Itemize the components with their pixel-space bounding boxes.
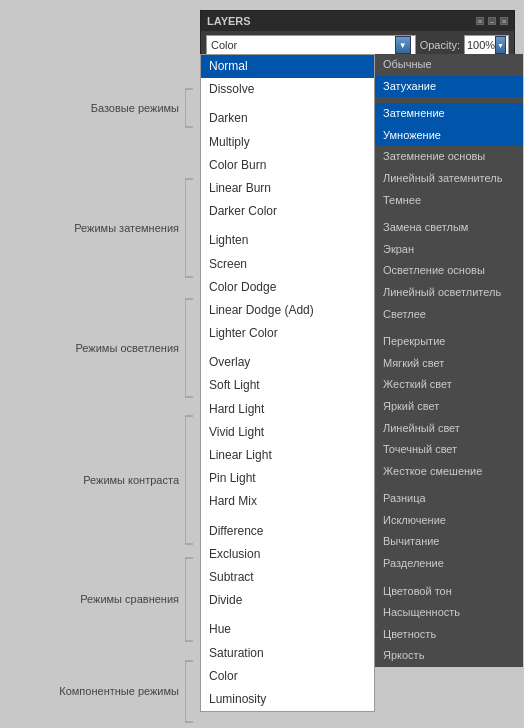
label-group: Режимы контраста — [0, 415, 195, 545]
dropdown-item[interactable]: Overlay — [201, 351, 374, 374]
opacity-arrow-icon[interactable]: ▼ — [495, 36, 506, 54]
left-group-label: Компонентные режимы — [0, 684, 185, 698]
bracket-icon — [185, 178, 195, 278]
left-group-label: Режимы осветления — [0, 341, 185, 355]
right-translation-item[interactable]: Разделение — [375, 553, 523, 575]
dropdown-item[interactable]: Multiply — [201, 131, 374, 154]
dropdown-item[interactable]: Lighten — [201, 229, 374, 252]
label-group: Базовые режимы — [0, 88, 195, 128]
label-group: Режимы осветления — [0, 298, 195, 398]
right-translation-item[interactable]: Осветление основы — [375, 260, 523, 282]
dropdown-item[interactable]: Divide — [201, 589, 374, 612]
dropdown-item[interactable]: Hue — [201, 618, 374, 641]
dropdown-item[interactable]: Hard Light — [201, 398, 374, 421]
dropdown-item[interactable]: Color — [201, 665, 374, 688]
dropdown-arrow-icon[interactable]: ▼ — [395, 36, 411, 54]
dropdown-item[interactable]: Hard Mix — [201, 490, 374, 513]
right-translation-item[interactable]: Цветность — [375, 624, 523, 646]
right-translation-item[interactable]: Обычные — [375, 54, 523, 76]
dropdown-item[interactable]: Darken — [201, 107, 374, 130]
dropdown-item[interactable]: Subtract — [201, 566, 374, 589]
dropdown-item[interactable]: Vivid Light — [201, 421, 374, 444]
dropdown-item[interactable]: Difference — [201, 520, 374, 543]
panel-titlebar: LAYERS « – × — [201, 11, 514, 31]
opacity-value: 100% — [467, 39, 495, 51]
left-labels-area: Базовые режимыРежимы затемненияРежимы ос… — [0, 0, 200, 728]
right-translation-item[interactable]: Затемнение — [375, 103, 523, 125]
right-translation-item[interactable]: Линейный осветлитель — [375, 282, 523, 304]
dropdown-item[interactable]: Exclusion — [201, 543, 374, 566]
right-translations-panel: ОбычныеЗатуханиеЗатемнениеУмножениеЗатем… — [375, 54, 523, 667]
right-translation-item[interactable]: Темнее — [375, 190, 523, 212]
minimize-button[interactable]: – — [488, 17, 496, 25]
dropdown-item[interactable]: Pin Light — [201, 467, 374, 490]
dropdown-item[interactable]: Screen — [201, 253, 374, 276]
left-group-label: Базовые режимы — [0, 101, 185, 115]
dropdown-item[interactable]: Dissolve — [201, 78, 374, 101]
right-translation-item[interactable]: Точечный свет — [375, 439, 523, 461]
right-translation-item[interactable]: Вычитание — [375, 531, 523, 553]
right-translation-item[interactable]: Линейный затемнитель — [375, 168, 523, 190]
right-translation-item[interactable]: Цветовой тон — [375, 581, 523, 603]
right-translation-item[interactable]: Яркий свет — [375, 396, 523, 418]
dropdown-item[interactable]: Linear Dodge (Add) — [201, 299, 374, 322]
left-group-label: Режимы контраста — [0, 473, 185, 487]
dropdown-item[interactable]: Normal — [201, 55, 374, 78]
right-translation-item[interactable]: Жесткий свет — [375, 374, 523, 396]
dropdown-item[interactable]: Saturation — [201, 642, 374, 665]
bracket-icon — [185, 557, 195, 642]
right-translation-item[interactable]: Умножение — [375, 125, 523, 147]
dropdown-item[interactable]: Soft Light — [201, 374, 374, 397]
bracket-icon — [185, 660, 195, 723]
dropdown-item[interactable]: Color Burn — [201, 154, 374, 177]
right-translation-item[interactable]: Затемнение основы — [375, 146, 523, 168]
right-translation-item[interactable]: Перекрытие — [375, 331, 523, 353]
right-translation-item[interactable]: Разница — [375, 488, 523, 510]
close-button[interactable]: × — [500, 17, 508, 25]
dropdown-item[interactable]: Linear Burn — [201, 177, 374, 200]
right-translation-item[interactable]: Жесткое смешение — [375, 461, 523, 483]
right-translation-item[interactable]: Экран — [375, 239, 523, 261]
panel-title: LAYERS — [207, 15, 251, 27]
left-group-label: Режимы сравнения — [0, 592, 185, 606]
right-translation-item[interactable]: Светлее — [375, 304, 523, 326]
left-group-label: Режимы затемнения — [0, 221, 185, 235]
opacity-input[interactable]: 100% ▼ — [464, 35, 509, 55]
bracket-icon — [185, 415, 195, 545]
right-translation-item[interactable]: Затухание — [375, 76, 523, 98]
expand-button[interactable]: « — [476, 17, 484, 25]
dropdown-item[interactable]: Darker Color — [201, 200, 374, 223]
right-translation-item[interactable]: Линейный свет — [375, 418, 523, 440]
blend-dropdown-list: NormalDissolveDarkenMultiplyColor BurnLi… — [200, 54, 375, 712]
right-translation-item[interactable]: Насыщенность — [375, 602, 523, 624]
right-translation-item[interactable]: Яркость — [375, 645, 523, 667]
right-translation-item[interactable]: Замена светлым — [375, 217, 523, 239]
label-group: Режимы затемнения — [0, 178, 195, 278]
label-group: Компонентные режимы — [0, 660, 195, 723]
blend-mode-dropdown[interactable]: Color ▼ — [206, 35, 416, 55]
right-translation-item[interactable]: Исключение — [375, 510, 523, 532]
opacity-label: Opacity: — [420, 39, 460, 51]
bracket-icon — [185, 88, 195, 128]
blend-mode-value: Color — [211, 39, 237, 51]
right-translation-item[interactable]: Мягкий свет — [375, 353, 523, 375]
dropdown-item[interactable]: Linear Light — [201, 444, 374, 467]
bracket-icon — [185, 298, 195, 398]
dropdown-item[interactable]: Lighter Color — [201, 322, 374, 345]
dropdown-item[interactable]: Color Dodge — [201, 276, 374, 299]
panel-controls: « – × — [476, 17, 508, 25]
dropdown-item[interactable]: Luminosity — [201, 688, 374, 711]
label-group: Режимы сравнения — [0, 557, 195, 642]
